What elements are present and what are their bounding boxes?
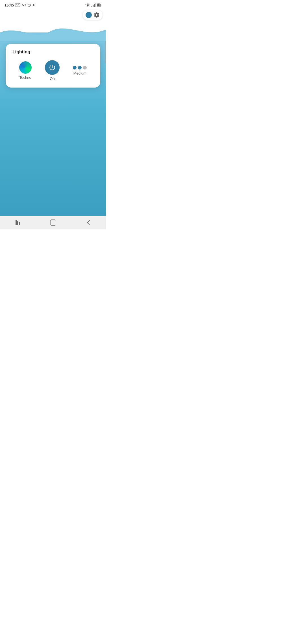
medium-dots [73, 66, 87, 69]
wifi-icon [85, 3, 90, 7]
gmail-icon: M [22, 3, 26, 7]
notification-dot [33, 4, 34, 6]
power-button[interactable] [45, 60, 60, 75]
card-title: Lighting [12, 49, 93, 55]
settings-icon[interactable] [93, 12, 100, 18]
power-label: On [50, 77, 55, 81]
lighting-card[interactable]: Lighting Techno On Medium [6, 44, 100, 88]
back-icon [87, 220, 90, 225]
svg-rect-16 [50, 220, 56, 225]
recents-button[interactable] [0, 220, 35, 225]
controls-pill [83, 10, 103, 20]
status-right [85, 3, 101, 7]
status-left: 15:45 M [5, 3, 34, 7]
svg-rect-7 [93, 5, 93, 7]
scrollbar-indicator [105, 41, 106, 64]
signal-icon [91, 3, 96, 7]
svg-rect-15 [19, 222, 20, 225]
battery-icon [97, 3, 101, 7]
techno-control[interactable]: Techno [19, 61, 32, 80]
svg-text:M: M [23, 4, 24, 6]
dot-2 [78, 66, 82, 69]
techno-color-orb [19, 61, 32, 74]
top-controls [83, 10, 103, 20]
techno-label: Techno [19, 75, 31, 80]
home-icon [50, 219, 56, 226]
svg-point-4 [33, 4, 34, 6]
status-bar: 15:45 M [0, 0, 106, 9]
power-icon [49, 64, 56, 71]
medium-control[interactable]: Medium [73, 66, 87, 75]
svg-rect-12 [97, 4, 100, 6]
home-button[interactable] [35, 219, 71, 226]
dot-1 [73, 66, 77, 69]
svg-rect-6 [91, 6, 92, 7]
back-button[interactable] [71, 220, 106, 225]
card-controls: Techno On Medium [12, 60, 93, 81]
medium-label: Medium [73, 71, 86, 75]
power-control[interactable]: On [45, 60, 60, 81]
clock: 15:45 [5, 3, 14, 7]
svg-rect-11 [101, 5, 101, 6]
email-icon [16, 3, 20, 7]
svg-rect-9 [95, 3, 96, 7]
wave-decoration [0, 24, 106, 42]
dot-3 [83, 66, 87, 69]
profile-dot[interactable] [86, 12, 92, 18]
svg-rect-14 [17, 221, 18, 225]
recents-icon [15, 220, 21, 225]
svg-rect-8 [94, 4, 95, 7]
svg-rect-13 [16, 220, 17, 225]
svg-point-5 [88, 6, 88, 7]
power-small-icon [27, 3, 31, 7]
navigation-bar [0, 216, 106, 229]
